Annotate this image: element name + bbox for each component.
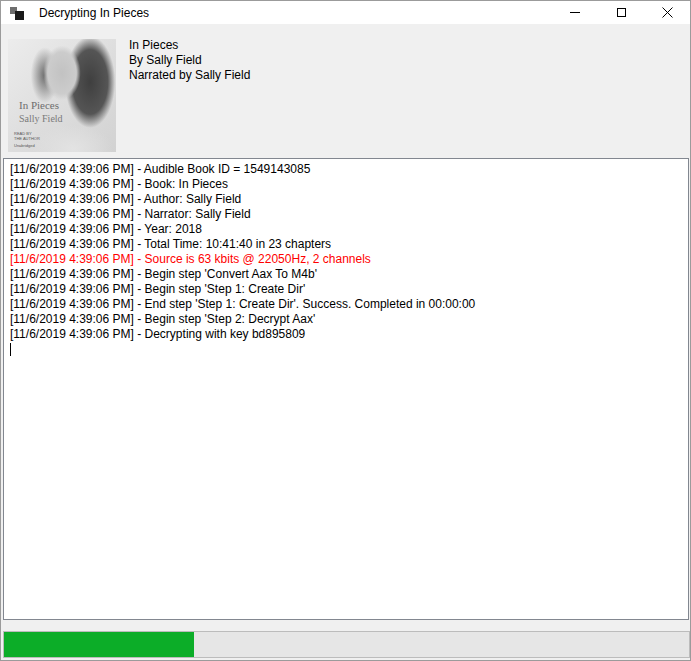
app-icon: [10, 5, 26, 21]
log-line: [11/6/2019 4:39:06 PM] - End step 'Step …: [10, 297, 688, 312]
cover-title-text: In Pieces: [19, 99, 59, 111]
log-line: [11/6/2019 4:39:06 PM] - Author: Sally F…: [10, 192, 688, 207]
log-line: [11/6/2019 4:39:06 PM] - Narrator: Sally…: [10, 207, 688, 222]
maximize-button[interactable]: [598, 1, 644, 24]
close-button[interactable]: [644, 1, 690, 24]
close-icon: [662, 7, 673, 18]
log-line: [11/6/2019 4:39:06 PM] - Book: In Pieces: [10, 177, 688, 192]
log-line: [11/6/2019 4:39:06 PM] - Year: 2018: [10, 222, 688, 237]
title-bar[interactable]: Decrypting In Pieces: [1, 1, 690, 24]
cover-author-text: Sally Field: [19, 113, 63, 124]
log-lines: [11/6/2019 4:39:06 PM] - Audible Book ID…: [10, 162, 688, 342]
caption-buttons: [552, 1, 690, 24]
maximize-icon: [617, 8, 626, 17]
log-line: [11/6/2019 4:39:06 PM] - Total Time: 10:…: [10, 237, 688, 252]
log-line: [11/6/2019 4:39:06 PM] - Begin step 'Con…: [10, 267, 688, 282]
cover-edition-text: Unabridged: [14, 143, 35, 148]
log-line: [11/6/2019 4:39:06 PM] - Begin step 'Ste…: [10, 312, 688, 327]
progress-bar: [3, 631, 690, 658]
book-narrator: Narrated by Sally Field: [129, 68, 250, 83]
book-info: In Pieces By Sally Field Narrated by Sal…: [129, 38, 250, 83]
window-title: Decrypting In Pieces: [39, 6, 149, 20]
book-cover-image: In Pieces Sally Field READ BY THE AUTHOR…: [8, 39, 116, 152]
minimize-icon: [570, 12, 580, 13]
log-line: [11/6/2019 4:39:06 PM] - Source is 63 kb…: [10, 252, 688, 267]
text-caret: [10, 343, 11, 356]
log-line: [11/6/2019 4:39:06 PM] - Audible Book ID…: [10, 162, 688, 177]
log-line: [11/6/2019 4:39:06 PM] - Decrypting with…: [10, 327, 688, 342]
minimize-button[interactable]: [552, 1, 598, 24]
book-author: By Sally Field: [129, 53, 250, 68]
log-textbox[interactable]: [11/6/2019 4:39:06 PM] - Audible Book ID…: [3, 158, 689, 620]
app-window: Decrypting In Pieces In Pieces Sally Fie…: [0, 0, 691, 661]
cover-readby-text: READ BY THE AUTHOR: [14, 131, 40, 141]
book-title: In Pieces: [129, 38, 250, 53]
log-line: [11/6/2019 4:39:06 PM] - Begin step 'Ste…: [10, 282, 688, 297]
progress-bar-fill: [4, 632, 194, 657]
